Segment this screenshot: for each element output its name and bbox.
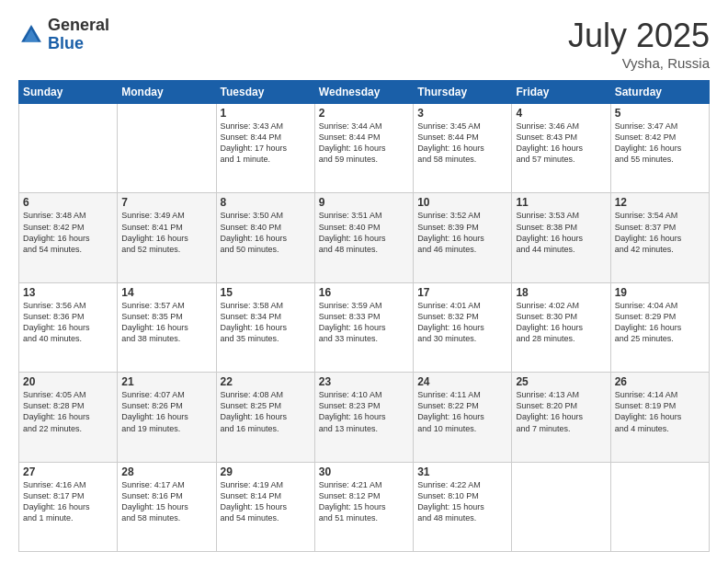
day-number: 20	[23, 375, 113, 388]
calendar-cell: 19Sunrise: 4:04 AM Sunset: 8:29 PM Dayli…	[610, 282, 709, 372]
calendar-cell: 26Sunrise: 4:14 AM Sunset: 8:19 PM Dayli…	[610, 373, 709, 462]
calendar-cell: 27Sunrise: 4:16 AM Sunset: 8:17 PM Dayli…	[19, 462, 118, 551]
calendar-header-tuesday: Tuesday	[216, 81, 314, 104]
logo-text: General Blue	[48, 17, 109, 53]
day-number: 29	[221, 465, 311, 478]
logo: General Blue	[18, 17, 109, 53]
header: General Blue July 2025 Vysha, Russia	[18, 17, 710, 71]
day-info: Sunrise: 4:07 AM Sunset: 8:26 PM Dayligh…	[121, 389, 211, 434]
calendar-table: SundayMondayTuesdayWednesdayThursdayFrid…	[18, 80, 710, 552]
calendar-header-saturday: Saturday	[610, 81, 709, 104]
day-info: Sunrise: 3:50 AM Sunset: 8:40 PM Dayligh…	[221, 210, 311, 255]
day-number: 8	[221, 196, 311, 209]
day-number: 11	[516, 196, 606, 209]
day-info: Sunrise: 4:17 AM Sunset: 8:16 PM Dayligh…	[121, 479, 211, 524]
calendar-cell: 3Sunrise: 3:45 AM Sunset: 8:44 PM Daylig…	[414, 104, 512, 193]
day-number: 16	[319, 286, 409, 299]
calendar-week-5: 27Sunrise: 4:16 AM Sunset: 8:17 PM Dayli…	[19, 462, 710, 551]
day-info: Sunrise: 4:19 AM Sunset: 8:14 PM Dayligh…	[221, 479, 311, 524]
day-info: Sunrise: 3:51 AM Sunset: 8:40 PM Dayligh…	[319, 210, 409, 255]
day-info: Sunrise: 4:08 AM Sunset: 8:25 PM Dayligh…	[221, 389, 311, 434]
day-number: 5	[615, 107, 705, 120]
day-number: 18	[516, 286, 606, 299]
day-number: 27	[23, 465, 113, 478]
day-info: Sunrise: 3:52 AM Sunset: 8:39 PM Dayligh…	[417, 210, 507, 255]
day-number: 24	[417, 375, 507, 388]
day-info: Sunrise: 4:10 AM Sunset: 8:23 PM Dayligh…	[319, 389, 409, 434]
day-info: Sunrise: 4:22 AM Sunset: 8:10 PM Dayligh…	[417, 479, 507, 524]
calendar-cell: 30Sunrise: 4:21 AM Sunset: 8:12 PM Dayli…	[314, 462, 413, 551]
calendar-cell: 18Sunrise: 4:02 AM Sunset: 8:30 PM Dayli…	[512, 282, 610, 372]
day-info: Sunrise: 3:45 AM Sunset: 8:44 PM Dayligh…	[417, 121, 507, 166]
page: General Blue July 2025 Vysha, Russia Sun…	[0, 0, 728, 563]
day-info: Sunrise: 3:53 AM Sunset: 8:38 PM Dayligh…	[516, 210, 606, 255]
day-number: 17	[417, 286, 507, 299]
calendar-cell: 15Sunrise: 3:58 AM Sunset: 8:34 PM Dayli…	[216, 282, 314, 372]
calendar-cell: 22Sunrise: 4:08 AM Sunset: 8:25 PM Dayli…	[216, 373, 314, 462]
day-info: Sunrise: 3:56 AM Sunset: 8:36 PM Dayligh…	[23, 300, 113, 345]
day-number: 31	[417, 465, 507, 478]
calendar-cell: 20Sunrise: 4:05 AM Sunset: 8:28 PM Dayli…	[19, 373, 118, 462]
day-number: 30	[319, 465, 409, 478]
calendar-cell: 4Sunrise: 3:46 AM Sunset: 8:43 PM Daylig…	[512, 104, 610, 193]
day-info: Sunrise: 4:14 AM Sunset: 8:19 PM Dayligh…	[615, 389, 705, 434]
calendar-cell: 8Sunrise: 3:50 AM Sunset: 8:40 PM Daylig…	[216, 193, 314, 282]
logo-general: General	[48, 17, 109, 35]
logo-icon	[18, 22, 44, 48]
day-info: Sunrise: 3:59 AM Sunset: 8:33 PM Dayligh…	[319, 300, 409, 345]
day-info: Sunrise: 4:11 AM Sunset: 8:22 PM Dayligh…	[417, 389, 507, 434]
day-info: Sunrise: 4:01 AM Sunset: 8:32 PM Dayligh…	[417, 300, 507, 345]
day-number: 26	[615, 375, 705, 388]
day-number: 19	[615, 286, 705, 299]
day-info: Sunrise: 3:44 AM Sunset: 8:44 PM Dayligh…	[319, 121, 409, 166]
day-info: Sunrise: 3:46 AM Sunset: 8:43 PM Dayligh…	[516, 121, 606, 166]
calendar-cell: 7Sunrise: 3:49 AM Sunset: 8:41 PM Daylig…	[118, 193, 216, 282]
calendar-cell: 1Sunrise: 3:43 AM Sunset: 8:44 PM Daylig…	[216, 104, 314, 193]
calendar-cell: 31Sunrise: 4:22 AM Sunset: 8:10 PM Dayli…	[414, 462, 512, 551]
calendar-cell: 11Sunrise: 3:53 AM Sunset: 8:38 PM Dayli…	[512, 193, 610, 282]
calendar-cell: 16Sunrise: 3:59 AM Sunset: 8:33 PM Dayli…	[314, 282, 413, 372]
day-number: 3	[417, 107, 507, 120]
calendar-cell: 25Sunrise: 4:13 AM Sunset: 8:20 PM Dayli…	[512, 373, 610, 462]
calendar-header-friday: Friday	[512, 81, 610, 104]
day-info: Sunrise: 3:57 AM Sunset: 8:35 PM Dayligh…	[121, 300, 211, 345]
calendar-cell: 12Sunrise: 3:54 AM Sunset: 8:37 PM Dayli…	[610, 193, 709, 282]
day-number: 22	[221, 375, 311, 388]
calendar-cell: 29Sunrise: 4:19 AM Sunset: 8:14 PM Dayli…	[216, 462, 314, 551]
calendar-week-2: 6Sunrise: 3:48 AM Sunset: 8:42 PM Daylig…	[19, 193, 710, 282]
calendar-header-thursday: Thursday	[414, 81, 512, 104]
day-info: Sunrise: 3:58 AM Sunset: 8:34 PM Dayligh…	[221, 300, 311, 345]
day-number: 15	[221, 286, 311, 299]
logo-blue: Blue	[48, 35, 109, 53]
title-location: Vysha, Russia	[568, 55, 710, 71]
calendar-cell: 13Sunrise: 3:56 AM Sunset: 8:36 PM Dayli…	[19, 282, 118, 372]
day-info: Sunrise: 3:43 AM Sunset: 8:44 PM Dayligh…	[221, 121, 311, 166]
day-info: Sunrise: 3:48 AM Sunset: 8:42 PM Dayligh…	[23, 210, 113, 255]
calendar-cell: 21Sunrise: 4:07 AM Sunset: 8:26 PM Dayli…	[118, 373, 216, 462]
calendar-cell	[512, 462, 610, 551]
calendar-week-3: 13Sunrise: 3:56 AM Sunset: 8:36 PM Dayli…	[19, 282, 710, 372]
calendar-cell: 14Sunrise: 3:57 AM Sunset: 8:35 PM Dayli…	[118, 282, 216, 372]
day-number: 25	[516, 375, 606, 388]
calendar-cell	[19, 104, 118, 193]
day-number: 21	[121, 375, 211, 388]
calendar-cell	[118, 104, 216, 193]
title-month: July 2025	[568, 17, 710, 55]
day-number: 6	[23, 196, 113, 209]
day-number: 10	[417, 196, 507, 209]
calendar-cell	[610, 462, 709, 551]
day-number: 14	[121, 286, 211, 299]
calendar-cell: 9Sunrise: 3:51 AM Sunset: 8:40 PM Daylig…	[314, 193, 413, 282]
calendar-cell: 28Sunrise: 4:17 AM Sunset: 8:16 PM Dayli…	[118, 462, 216, 551]
calendar-week-4: 20Sunrise: 4:05 AM Sunset: 8:28 PM Dayli…	[19, 373, 710, 462]
day-info: Sunrise: 4:05 AM Sunset: 8:28 PM Dayligh…	[23, 389, 113, 434]
day-number: 2	[319, 107, 409, 120]
day-info: Sunrise: 3:49 AM Sunset: 8:41 PM Dayligh…	[121, 210, 211, 255]
day-number: 4	[516, 107, 606, 120]
calendar-cell: 23Sunrise: 4:10 AM Sunset: 8:23 PM Dayli…	[314, 373, 413, 462]
calendar-header-monday: Monday	[118, 81, 216, 104]
title-block: July 2025 Vysha, Russia	[568, 17, 710, 71]
day-number: 7	[121, 196, 211, 209]
day-info: Sunrise: 4:21 AM Sunset: 8:12 PM Dayligh…	[319, 479, 409, 524]
day-info: Sunrise: 4:13 AM Sunset: 8:20 PM Dayligh…	[516, 389, 606, 434]
